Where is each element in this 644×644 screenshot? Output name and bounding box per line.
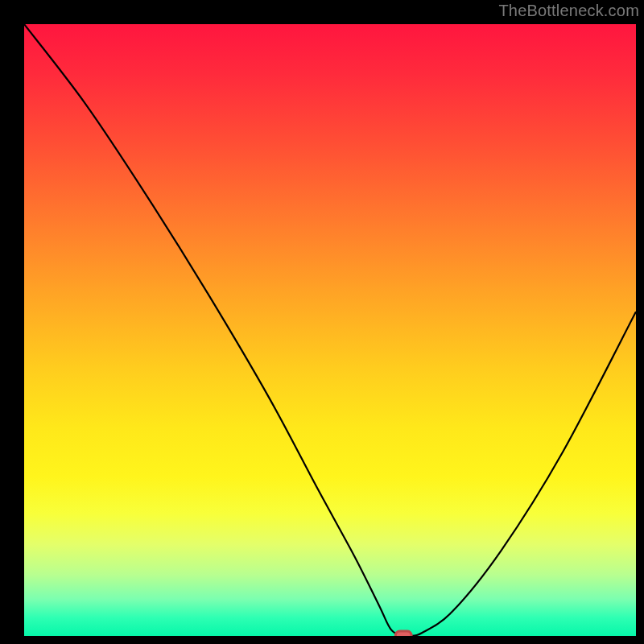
bottleneck-curve (24, 24, 636, 636)
plot-area (24, 24, 636, 636)
chart-frame: TheBottleneck.com (0, 0, 644, 644)
plot-svg (24, 24, 636, 636)
watermark-text: TheBottleneck.com (498, 2, 639, 20)
optimal-marker (395, 631, 411, 636)
